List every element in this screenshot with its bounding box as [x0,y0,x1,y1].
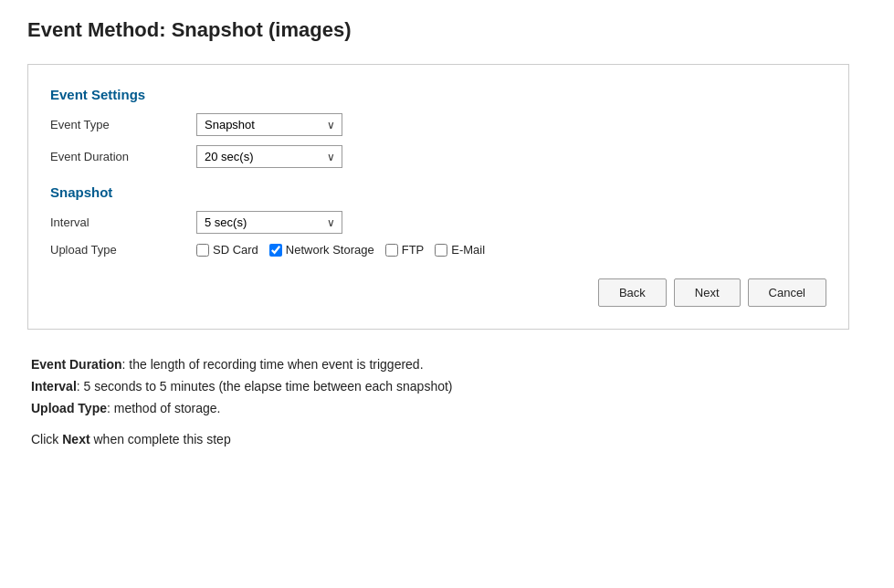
back-button[interactable]: Back [598,278,667,307]
interval-row: Interval 5 sec(s) 10 sec(s) 30 sec(s) 1 … [50,211,826,234]
event-duration-label: Event Duration [50,150,196,163]
event-duration-select-wrapper[interactable]: 5 sec(s) 10 sec(s) 20 sec(s) 30 sec(s) 6… [196,145,342,168]
snapshot-label: Snapshot [50,184,826,200]
button-row: Back Next Cancel [50,278,826,307]
event-type-label: Event Type [50,118,196,131]
sd-card-checkbox-item: SD Card [196,243,258,257]
event-type-select[interactable]: Snapshot Recording [196,113,342,136]
info-section: Event Duration: the length of recording … [27,357,849,446]
click-note: Click Next when complete this step [31,432,846,446]
interval-info: Interval: 5 seconds to 5 minutes (the el… [31,379,846,394]
sd-card-checkbox[interactable] [196,244,209,257]
event-duration-select[interactable]: 5 sec(s) 10 sec(s) 20 sec(s) 30 sec(s) 6… [196,145,342,168]
click-next-bold: Next [62,432,89,446]
snapshot-section: Snapshot Interval 5 sec(s) 10 sec(s) 30 … [50,184,826,257]
event-duration-info: Event Duration: the length of recording … [31,357,846,372]
event-settings-section: Event Settings Event Type Snapshot Recor… [50,87,826,168]
event-duration-info-bold: Event Duration [31,357,122,372]
click-text: Click [31,432,62,446]
interval-info-desc: : 5 seconds to 5 minutes (the elapse tim… [77,379,453,394]
upload-type-info-desc: : method of storage. [107,401,221,415]
email-checkbox-item: E-Mail [435,243,485,257]
ftp-label[interactable]: FTP [402,243,425,257]
network-storage-label[interactable]: Network Storage [286,243,374,257]
event-type-row: Event Type Snapshot Recording [50,113,826,136]
sd-card-label[interactable]: SD Card [213,243,258,257]
event-duration-row: Event Duration 5 sec(s) 10 sec(s) 20 sec… [50,145,826,168]
upload-type-info: Upload Type: method of storage. [31,401,846,415]
interval-select-wrapper[interactable]: 5 sec(s) 10 sec(s) 30 sec(s) 1 min(s) 5 … [196,211,342,234]
email-checkbox[interactable] [435,244,447,257]
next-button[interactable]: Next [674,278,741,307]
upload-type-checkboxes: SD Card Network Storage FTP E-Mail [196,243,485,257]
event-settings-label: Event Settings [50,87,826,102]
settings-panel: Event Settings Event Type Snapshot Recor… [27,64,849,330]
upload-type-info-bold: Upload Type [31,401,107,415]
interval-label: Interval [50,215,196,229]
upload-type-row: Upload Type SD Card Network Storage FTP [50,243,826,257]
network-storage-checkbox-item: Network Storage [269,243,374,257]
ftp-checkbox-item: FTP [385,243,425,257]
ftp-checkbox[interactable] [385,244,398,257]
network-storage-checkbox[interactable] [269,244,282,257]
click-end: when complete this step [90,432,231,446]
interval-info-bold: Interval [31,379,77,394]
cancel-button[interactable]: Cancel [748,278,826,307]
event-duration-info-desc: : the length of recording time when even… [122,357,424,372]
email-label[interactable]: E-Mail [451,243,485,257]
page-title: Event Method: Snapshot (images) [27,18,867,42]
event-type-select-wrapper[interactable]: Snapshot Recording [196,113,342,136]
interval-select[interactable]: 5 sec(s) 10 sec(s) 30 sec(s) 1 min(s) 5 … [196,211,342,234]
upload-type-label: Upload Type [50,243,196,257]
